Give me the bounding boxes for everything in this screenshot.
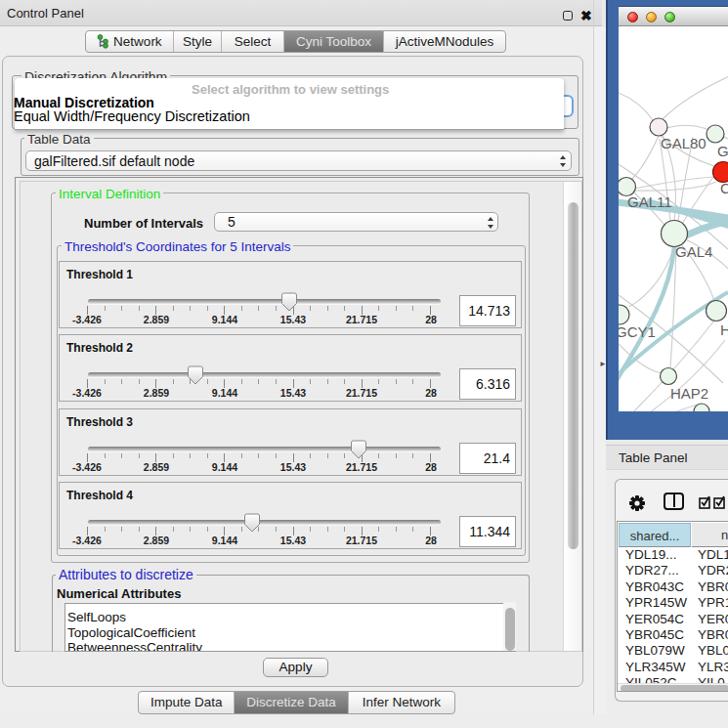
svg-text:GCY1: GCY1 xyxy=(619,323,656,340)
svg-text:GAL11: GAL11 xyxy=(627,193,672,210)
svg-text:GA: GA xyxy=(717,143,728,159)
svg-text:C: C xyxy=(720,180,728,196)
svg-text:GAL4: GAL4 xyxy=(675,243,712,260)
svg-text:GAL80: GAL80 xyxy=(661,135,707,151)
svg-text:HAP2: HAP2 xyxy=(670,385,708,402)
svg-text:H: H xyxy=(720,321,728,338)
